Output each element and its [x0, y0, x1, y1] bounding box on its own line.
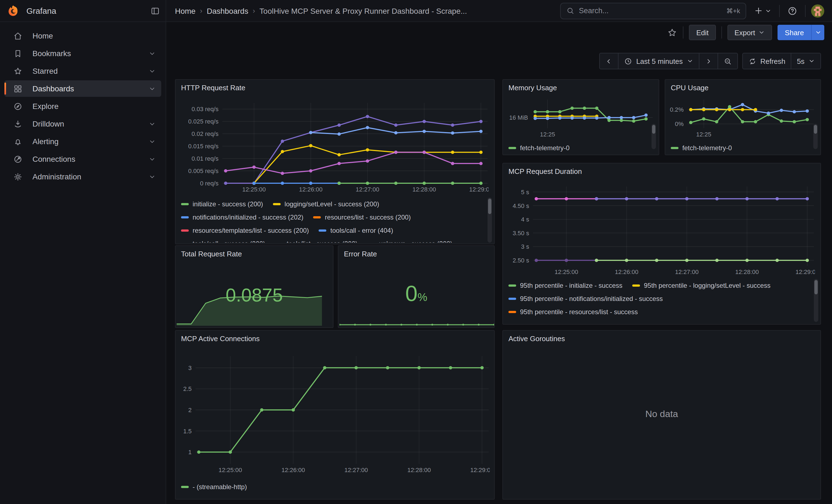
time-series-chart[interactable]: 12:25:0012:26:0012:27:0012:28:0012:29:00… — [179, 352, 490, 475]
panel-title[interactable]: Active Goroutines — [509, 335, 565, 343]
search-placeholder: Search... — [579, 7, 722, 15]
legend-item[interactable]: 95th percentile - notifications/initiali… — [509, 295, 663, 302]
legend-swatch — [509, 298, 516, 300]
svg-text:0.03 req/s: 0.03 req/s — [191, 106, 218, 112]
legend-item[interactable]: unknown - success (200) — [368, 240, 452, 243]
export-button[interactable]: Export — [727, 25, 772, 40]
share-menu-button[interactable] — [811, 25, 824, 40]
legend-item[interactable]: tools/call - success (200) — [181, 240, 265, 243]
legend-scrollbar[interactable] — [814, 279, 818, 322]
svg-text:12:26:00: 12:26:00 — [299, 186, 323, 193]
legend-row: fetch-telemetry-0 — [509, 141, 648, 154]
grafana-logo-icon[interactable] — [7, 4, 20, 17]
legend-swatch — [509, 311, 516, 313]
search-input[interactable]: Search... ⌘+k — [560, 2, 746, 19]
share-button[interactable]: Share — [778, 25, 811, 40]
legend-item[interactable]: 95th percentile - logging/setLevel - suc… — [632, 282, 770, 289]
breadcrumb-item[interactable]: Home — [175, 6, 196, 15]
refresh-button[interactable]: Refresh — [743, 53, 791, 69]
legend-swatch — [273, 203, 281, 205]
legend-swatch — [181, 230, 189, 232]
sidebar-toggle-icon[interactable] — [150, 6, 160, 16]
legend-scrollbar[interactable] — [651, 124, 656, 149]
top-bar: Grafana Home›Dashboards›ToolHive MCP Ser… — [0, 0, 832, 22]
legend-item[interactable]: fetch-telemetry-0 — [509, 144, 570, 152]
legend-label: tools/call - success (200) — [192, 240, 265, 243]
bookmark-icon — [13, 49, 23, 58]
legend-row: 95th percentile - resources/list - succe… — [509, 306, 810, 319]
legend-scrollbar[interactable] — [813, 124, 818, 149]
svg-text:1.5: 1.5 — [183, 428, 192, 435]
chevron-down-icon — [765, 7, 772, 14]
panel-title[interactable]: MCP Request Duration — [509, 167, 582, 176]
breadcrumb-item[interactable]: ToolHive MCP Server & Proxy Runner Dashb… — [259, 6, 467, 15]
zoom-out-icon — [723, 57, 732, 65]
svg-text:12:28:00: 12:28:00 — [407, 467, 431, 474]
legend-item[interactable]: tools/call - error (404) — [319, 227, 393, 234]
panel-title[interactable]: HTTP Request Rate — [181, 84, 245, 92]
panel-title[interactable]: Memory Usage — [509, 84, 557, 92]
time-shift-back-button[interactable] — [600, 53, 619, 69]
sidebar-item-starred[interactable]: Starred — [4, 63, 161, 79]
time-controls: Last 5 minutes — [599, 53, 821, 69]
time-series-chart[interactable]: 12:250.2%0% — [668, 95, 815, 139]
legend-item[interactable]: initialize - success (200) — [181, 200, 263, 208]
plus-icon — [754, 6, 763, 16]
help-button[interactable] — [785, 4, 800, 18]
zoom-out-button[interactable] — [718, 53, 737, 69]
divider — [721, 26, 722, 38]
svg-text:12:27:00: 12:27:00 — [356, 186, 380, 193]
refresh-interval-picker[interactable]: 5s — [791, 53, 821, 69]
legend-item[interactable]: 95th percentile - resources/templates/li… — [509, 321, 668, 322]
panel-title[interactable]: Error Rate — [344, 250, 377, 258]
panel-title[interactable]: Total Request Rate — [181, 250, 242, 258]
legend-item[interactable]: 95th percentile - resources/list - succe… — [509, 308, 638, 316]
svg-text:2: 2 — [188, 407, 191, 414]
sidebar-item-administration[interactable]: Administration — [4, 168, 161, 185]
panel-title[interactable]: MCP Active Connections — [181, 335, 260, 343]
panel-title[interactable]: CPU Usage — [671, 84, 708, 92]
time-series-chart[interactable]: 12:2516 MiB — [505, 95, 654, 139]
sidebar-item-alerting[interactable]: Alerting — [4, 133, 161, 150]
time-series-chart[interactable]: 12:25:0012:26:0012:27:0012:28:0012:29:00… — [506, 182, 815, 277]
chevron-down-icon — [149, 173, 156, 180]
sidebar-item-connections[interactable]: Connections — [4, 151, 161, 167]
user-avatar[interactable] — [811, 4, 824, 17]
sidebar-item-drilldown[interactable]: Drilldown — [4, 115, 161, 132]
sidebar-item-home[interactable]: Home — [4, 27, 161, 44]
legend-item[interactable]: - (streamable-http) — [181, 483, 247, 491]
stat-number: 0 — [405, 281, 418, 306]
breadcrumb-item[interactable]: Dashboards — [207, 6, 248, 15]
panel-error-rate: Error Rate 0% — [338, 245, 495, 328]
legend-item[interactable]: resources/list - success (200) — [313, 213, 411, 221]
new-button[interactable] — [752, 4, 774, 18]
legend-scrollbar[interactable] — [488, 197, 492, 243]
svg-text:4.50 s: 4.50 s — [513, 203, 529, 209]
legend-item[interactable]: notifications/initialized - success (202… — [181, 213, 304, 221]
time-series-chart[interactable]: 12:25:0012:26:0012:27:0012:28:0012:29:00… — [179, 99, 489, 194]
dashboard-actions-row: Edit Export Share — [166, 22, 832, 43]
no-data-message: No data — [503, 409, 821, 420]
legend-label: 95th percentile - resources/list - succe… — [520, 308, 638, 316]
legend-item[interactable]: logging/setLevel - success (200) — [273, 200, 379, 208]
legend-row: resources/templates/list - success (200)… — [181, 224, 484, 237]
bell-icon — [13, 137, 23, 146]
legend-item[interactable]: 95th percentile - initialize - success — [509, 282, 622, 289]
sidebar-item-explore[interactable]: Explore — [4, 98, 161, 114]
time-range-picker[interactable]: Last 5 minutes — [619, 53, 699, 69]
time-shift-forward-button[interactable] — [699, 53, 718, 69]
sidebar-item-dashboards[interactable]: Dashboards — [4, 80, 161, 97]
legend-item[interactable]: resources/templates/list - success (200) — [181, 227, 309, 234]
sidebar-item-bookmarks[interactable]: Bookmarks — [4, 45, 161, 62]
svg-text:2.50 s: 2.50 s — [513, 257, 529, 264]
clock-icon — [624, 57, 632, 65]
legend: initialize - success (200)logging/setLev… — [181, 197, 484, 243]
home-icon — [13, 31, 23, 41]
divider — [805, 5, 806, 17]
edit-button[interactable]: Edit — [689, 25, 716, 40]
legend-item[interactable]: fetch-telemetry-0 — [671, 144, 732, 152]
svg-text:12:28:00: 12:28:00 — [735, 268, 759, 275]
favorite-star-button[interactable] — [667, 27, 678, 38]
legend-item[interactable]: tools/list - success (200) — [275, 240, 357, 243]
sidebar-item-label: Dashboards — [32, 84, 74, 93]
